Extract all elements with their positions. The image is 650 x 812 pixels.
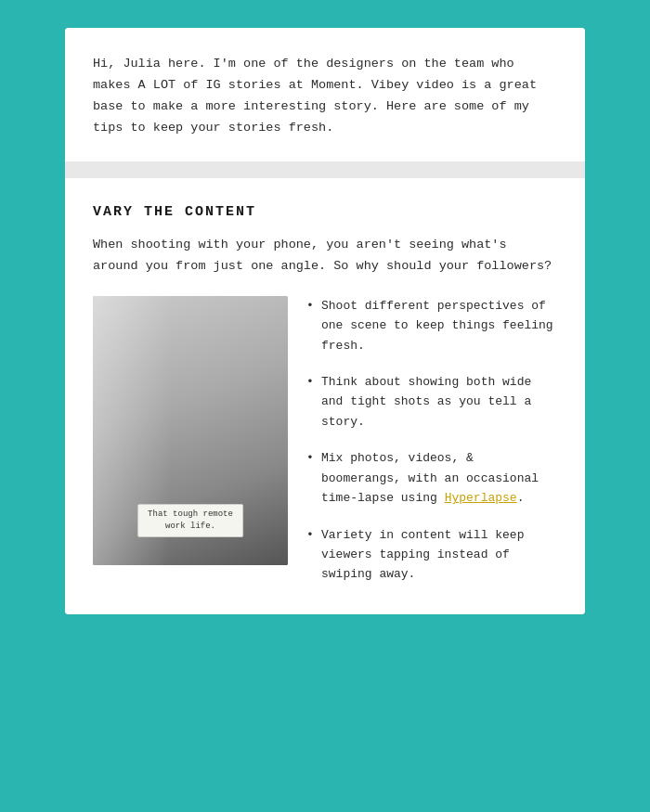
hyperlapse-link[interactable]: Hyperlapse	[445, 491, 517, 505]
tip-item-3: Mix photos, videos, & boomerangs, with a…	[306, 448, 557, 508]
image-column: That tough remote work life.	[93, 296, 288, 565]
intro-text: Hi, Julia here. I'm one of the designers…	[93, 54, 557, 139]
tip-item-4: Variety in content will keep viewers tap…	[306, 525, 557, 585]
tips-list: Shoot different perspectives of one scen…	[306, 296, 557, 585]
section-title: VARY THE CONTENT	[93, 204, 557, 220]
section-intro: When shooting with your phone, you aren'…	[93, 235, 557, 277]
section-divider	[65, 161, 585, 178]
tip-item-1: Shoot different perspectives of one scen…	[306, 296, 557, 355]
page-container: Hi, Julia here. I'm one of the designers…	[65, 28, 585, 614]
tips-column: Shoot different perspectives of one scen…	[306, 296, 557, 585]
phone-screenshot: That tough remote work life.	[93, 296, 288, 565]
content-card: VARY THE CONTENT When shooting with your…	[65, 178, 585, 614]
two-col-layout: That tough remote work life. Shoot diffe…	[93, 296, 557, 585]
tip-item-2: Think about showing both wide and tight …	[306, 372, 557, 432]
image-caption: That tough remote work life.	[137, 504, 243, 536]
intro-card: Hi, Julia here. I'm one of the designers…	[65, 28, 585, 161]
